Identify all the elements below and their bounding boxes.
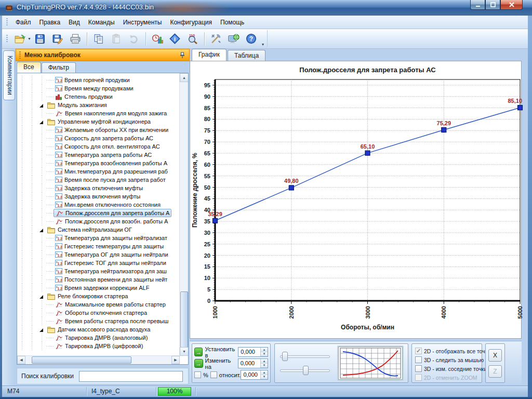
- tools-icon[interactable]: [208, 31, 224, 47]
- tree-item[interactable]: 1.2Время после пуска для запрета работ: [17, 176, 179, 184]
- minimize-button[interactable]: [470, 0, 485, 10]
- tree-item[interactable]: Полож.дросселя для запрета работы А: [17, 209, 179, 217]
- tree-item[interactable]: Тарировка ДМРВ (аналоговый): [17, 334, 179, 342]
- tree-item[interactable]: 1.2Задержка включения муфты: [17, 192, 179, 201]
- z-axis-button[interactable]: Z: [488, 365, 502, 378]
- expand-arrow-icon[interactable]: [39, 328, 43, 332]
- tree-item[interactable]: 1.2Температура запрета работы АС: [17, 151, 179, 159]
- option-checkbox[interactable]: [415, 374, 422, 381]
- spin-down-icon[interactable]: ▼: [261, 375, 268, 380]
- tree-item[interactable]: Время работы стартера после превыш: [17, 317, 179, 325]
- save-icon[interactable]: [32, 31, 48, 47]
- tree-item[interactable]: Максимальное время работы стартер: [17, 300, 179, 309]
- copy-icon[interactable]: [90, 31, 107, 47]
- chart-area[interactable]: 0510152025303540455055606570758085909510…: [190, 61, 522, 339]
- menu-item[interactable]: Конфигурация: [166, 17, 216, 28]
- elevation-slider[interactable]: [280, 365, 333, 376]
- spin-up-icon[interactable]: ▲: [261, 370, 268, 375]
- open-file-icon[interactable]: [12, 31, 29, 47]
- tree-item[interactable]: 1.2Мин.время отключенного состояния: [17, 201, 179, 209]
- tree-item[interactable]: Степень продувки: [17, 92, 179, 101]
- menu-item[interactable]: Помощь: [216, 17, 248, 28]
- scroll-up-icon[interactable]: ▲: [180, 73, 189, 82]
- tree-folder[interactable]: Модуль зажигания: [17, 101, 179, 109]
- web-update-icon[interactable]: [225, 31, 242, 47]
- slider-thumb[interactable]: [282, 352, 288, 361]
- option-checkbox[interactable]: [415, 365, 422, 372]
- spin-down-icon[interactable]: ▼: [261, 352, 268, 357]
- option-checkbox[interactable]: ✓: [415, 348, 422, 354]
- toolbar-grip-handle[interactable]: [6, 35, 8, 43]
- option-checkbox[interactable]: [415, 356, 422, 363]
- performance-icon[interactable]: [149, 31, 166, 47]
- tree-item[interactable]: 1.2Температура возобновления работы А: [17, 159, 179, 167]
- tree-item[interactable]: 1.2Задержка отключения муфты: [17, 184, 179, 192]
- calib-tab[interactable]: Все: [17, 62, 41, 73]
- tree-item[interactable]: 1.2Мин.температура для разрешения раб: [17, 167, 179, 176]
- title-bar[interactable]: ChipTuningPRO ver.7.4.4.928 - I444CC03.b…: [0, 0, 532, 16]
- tree-item[interactable]: Тарировка ДМРВ (цифровой): [17, 342, 179, 350]
- change-by-spinner[interactable]: 0,000 ▲▼: [238, 358, 268, 368]
- scroll-down-icon[interactable]: ▼: [180, 347, 189, 356]
- expand-arrow-icon[interactable]: [39, 121, 43, 124]
- zoom-110-icon[interactable]: 110: [184, 31, 201, 47]
- apply-change-button[interactable]: →: [194, 359, 203, 368]
- tree-item[interactable]: 1.2Гистерезис температуры для защиты: [17, 242, 179, 250]
- maximize-button[interactable]: [485, 0, 500, 10]
- scroll-right-icon[interactable]: ▶: [171, 356, 180, 364]
- tree-folder[interactable]: Датчик массового расхода воздуха: [17, 325, 179, 334]
- tree-item[interactable]: Полож.дросселя для возобн. работы А: [17, 217, 179, 225]
- tree-item[interactable]: 1.2Желаемые обороты ХХ при включении: [17, 126, 179, 134]
- tree-item[interactable]: 1.2Температура нейтрализатора для заш: [17, 267, 179, 275]
- toolbar-overflow-button[interactable]: ▾: [262, 42, 264, 48]
- scroll-left-icon[interactable]: ◀: [17, 356, 25, 364]
- tree-item[interactable]: 1.2Температура для защиты нейтрализат: [17, 234, 179, 242]
- print-icon[interactable]: [67, 31, 84, 47]
- rotation-slider[interactable]: [280, 351, 333, 362]
- tree-item[interactable]: 1.2Скорость для запрета работы АС: [17, 134, 179, 142]
- help-icon[interactable]: ?: [243, 31, 260, 47]
- expand-arrow-icon[interactable]: [39, 229, 43, 232]
- menu-item[interactable]: Файл: [11, 17, 35, 28]
- tree-item[interactable]: Обороты отключения стартера: [17, 309, 179, 317]
- calibration-panel-header[interactable]: Меню калибровок: [16, 49, 190, 61]
- pin-icon[interactable]: [180, 52, 185, 59]
- x-axis-button[interactable]: X: [488, 349, 502, 362]
- dropdown-caret-icon[interactable]: ▼: [28, 37, 31, 41]
- spin-down-icon[interactable]: ▼: [261, 364, 268, 368]
- menu-item[interactable]: Инструменты: [119, 17, 166, 28]
- comments-tab[interactable]: Комментарии: [3, 50, 15, 100]
- undo-icon[interactable]: [126, 31, 142, 47]
- tree-folder[interactable]: Управление муфтой кондиционера: [17, 117, 179, 126]
- tree-item[interactable]: 1.2Скорость для откл. вентилятора АС: [17, 142, 179, 151]
- tree-folder[interactable]: Система нейтрализации ОГ: [17, 225, 179, 234]
- vertical-scroll-thumb[interactable]: [180, 291, 188, 348]
- info-icon[interactable]: i: [167, 31, 183, 47]
- view-tab-table[interactable]: Таблица: [228, 50, 265, 61]
- relative-checkbox[interactable]: [210, 371, 217, 378]
- tree-item[interactable]: 1.2Постоянная времени для защиты нейт: [17, 275, 179, 284]
- tree-item[interactable]: 1.2Время между продувками: [17, 84, 179, 92]
- spin-up-icon[interactable]: ▲: [261, 359, 268, 364]
- calibration-chart[interactable]: 0510152025303540455055606570758085909510…: [190, 61, 522, 339]
- paste-icon[interactable]: [108, 31, 125, 47]
- tree-item[interactable]: 1.2Гистерезис ТОГ для защиты нейтрали: [17, 259, 179, 267]
- menu-item[interactable]: Команды: [84, 17, 119, 28]
- horizontal-scroll-thumb[interactable]: [32, 356, 131, 364]
- menu-grip-handle[interactable]: [6, 18, 8, 26]
- tree-folder[interactable]: Реле блокировки стартера: [17, 292, 179, 300]
- tree-item[interactable]: 1.2Время горячей продувки: [17, 76, 179, 84]
- spin-up-icon[interactable]: ▲: [261, 348, 268, 352]
- set-to-spinner[interactable]: 0,000 ▲▼: [238, 347, 268, 357]
- save-as-icon[interactable]: [49, 31, 66, 47]
- tree-item[interactable]: 1.2Температура ОГ для защиты нейтрали: [17, 250, 179, 259]
- apply-set-button[interactable]: →: [194, 348, 203, 356]
- relative-spinner[interactable]: 0,000 ▲▼: [241, 370, 268, 380]
- tree-item[interactable]: 1.2Время задержки коррекции ALF: [17, 284, 179, 292]
- menu-item[interactable]: Вид: [64, 17, 84, 28]
- tree-horizontal-scrollbar[interactable]: ◀ ▶: [17, 355, 180, 364]
- expand-arrow-icon[interactable]: [39, 295, 43, 299]
- calib-tab[interactable]: Фильтр: [42, 62, 76, 73]
- menu-item[interactable]: Правка: [35, 17, 65, 28]
- expand-arrow-icon[interactable]: [39, 104, 43, 108]
